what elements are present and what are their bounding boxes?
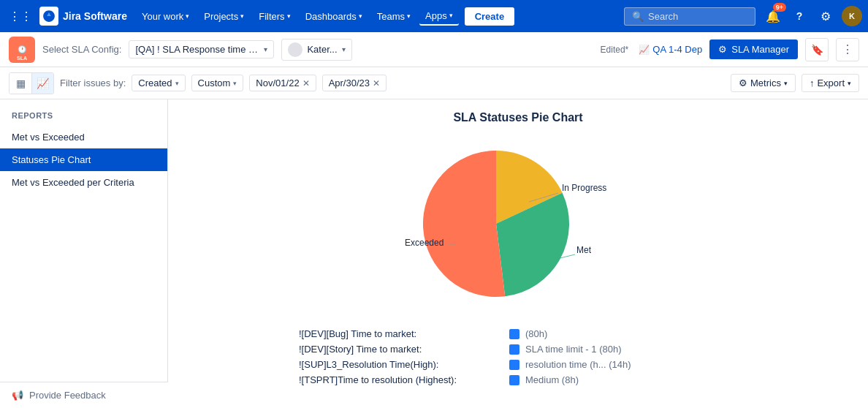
chevron-down-icon: ▾ (175, 80, 179, 87)
pie-chart: In Progress Met Exceeded (394, 136, 642, 311)
grid-view-button[interactable]: ▦ (9, 73, 31, 94)
sidebar-item-met-exceeded-per-criteria[interactable]: Met vs Exceeded per Criteria (0, 171, 167, 194)
feedback-bar[interactable]: 📢 Provide Feedback (0, 382, 168, 408)
search-bar[interactable]: 🔍 Search (624, 7, 755, 26)
more-options-button[interactable]: ⋮ (836, 38, 859, 61)
legend-label-2: ![SUP]L3_Resolution Time(High): (299, 359, 503, 370)
sidebar-item-statuses-pie-chart[interactable]: Statuses Pie Chart (0, 148, 167, 171)
sidebar: REPORTS Met vs Exceeded Statuses Pie Cha… (0, 99, 168, 408)
filter-bar: ▦ 📈 Filter issues by: Created ▾ Custom ▾… (0, 67, 868, 99)
legend-value-0: (80h) (525, 328, 547, 339)
sidebar-heading: REPORTS (0, 111, 167, 120)
help-button[interactable]: ? (788, 4, 811, 28)
user-name: Kater... (307, 44, 337, 55)
chevron-down-icon: ▾ (449, 12, 453, 19)
metrics-icon: ⚙ (739, 78, 747, 88)
chart-title: SLA Statuses Pie Chart (186, 111, 850, 124)
chevron-down-icon: ▾ (407, 12, 411, 20)
date-from-chip[interactable]: Nov/01/22 ✕ (249, 75, 316, 91)
legend-value-2: resolution time (h... (14h) (525, 359, 631, 370)
chevron-down-icon: ▾ (848, 80, 851, 87)
user-avatar[interactable]: K (842, 6, 862, 26)
user-dropdown[interactable]: Kater... ▾ (281, 39, 351, 61)
exceeded-segment2 (423, 151, 505, 297)
export-button[interactable]: ↑ Export ▾ (802, 74, 859, 92)
nav-item-filters[interactable]: Filters ▾ (253, 8, 296, 25)
sla-config-value: [QA] ! SLA Response time viol... (135, 44, 259, 55)
filter-label: Filter issues by: (60, 78, 126, 88)
nav-logo-text: Jira Software (63, 10, 127, 22)
qa-dep-link[interactable]: 📈 QA 1-4 Dep (639, 44, 702, 55)
legend-value-1: SLA time limit - 1 (80h) (525, 344, 622, 355)
nav-item-teams[interactable]: Teams ▾ (371, 8, 416, 25)
legend-checkbox-2[interactable] (509, 360, 519, 370)
exceeded-label: Exceeded (405, 238, 443, 248)
custom-dropdown[interactable]: Custom ▾ (191, 75, 244, 91)
legend-value-3: Medium (8h) (525, 374, 579, 385)
view-toggle: ▦ 📈 (9, 72, 54, 94)
remove-date-to-icon[interactable]: ✕ (373, 78, 380, 88)
feedback-label: Provide Feedback (29, 390, 106, 401)
chevron-down-icon: ▾ (186, 12, 189, 20)
search-icon: 🔍 (632, 11, 644, 22)
legend-label-3: ![TSPRT]Time to resolution (Highest): (299, 374, 503, 385)
settings-button[interactable]: ⚙ (814, 4, 837, 28)
legend-checkbox-0[interactable] (509, 329, 519, 339)
gear-icon: ⚙ (718, 44, 727, 55)
chevron-down-icon: ▾ (784, 80, 788, 87)
sidebar-item-met-exceeded[interactable]: Met vs Exceeded (0, 126, 167, 148)
sla-config-dropdown[interactable]: [QA] ! SLA Response time viol... ▾ (129, 40, 274, 58)
chevron-down-icon: ▾ (359, 12, 362, 20)
feedback-icon: 📢 (12, 390, 23, 401)
notifications-button[interactable]: 🔔 9+ (761, 4, 785, 28)
remove-date-from-icon[interactable]: ✕ (302, 78, 310, 88)
legend-checkbox-1[interactable] (509, 344, 519, 355)
date-to-chip[interactable]: Apr/30/23 ✕ (322, 75, 387, 91)
edited-badge: Edited* (601, 45, 629, 55)
legend-row-3: ![TSPRT]Time to resolution (Highest): Me… (299, 372, 737, 388)
sla-logo: 🕐 SLA (9, 37, 35, 63)
bookmark-button[interactable]: 🔖 (805, 38, 829, 61)
legend-table: ![DEV][Bug] Time to market: (80h) ![DEV]… (299, 326, 737, 388)
main-layout: REPORTS Met vs Exceeded Statuses Pie Cha… (0, 99, 868, 408)
legend-row-2: ![SUP]L3_Resolution Time(High): resoluti… (299, 357, 737, 372)
nav-item-projects[interactable]: Projects ▾ (198, 8, 250, 25)
sla-manager-button[interactable]: ⚙ SLA Manager (709, 39, 798, 59)
nav-item-apps[interactable]: Apps ▾ (419, 7, 459, 26)
grid-icon[interactable]: ⋮⋮ (6, 7, 35, 26)
nav-item-your-work[interactable]: Your work ▾ (136, 8, 195, 25)
chevron-down-icon: ▾ (264, 45, 267, 53)
legend-row-0: ![DEV][Bug] Time to market: (80h) (299, 326, 737, 341)
notification-badge: 9+ (773, 3, 786, 12)
nav-logo[interactable]: Jira Software (39, 7, 127, 26)
chevron-down-icon: ▾ (342, 45, 346, 53)
chart-view-button[interactable]: 📈 (31, 73, 53, 94)
top-nav: ⋮⋮ Jira Software Your work ▾ Projects ▾ … (0, 0, 868, 32)
pie-chart-container: In Progress Met Exceeded (186, 136, 850, 311)
sla-config-bar: 🕐 SLA Select SLA Config: [QA] ! SLA Resp… (0, 32, 868, 67)
in-progress-label: In Progress (562, 183, 606, 193)
legend-label-1: ![DEV][Story] Time to market: (299, 344, 503, 355)
content-area: SLA Statuses Pie Chart (168, 99, 868, 408)
met-label: Met (576, 245, 592, 255)
chevron-down-icon: ▾ (233, 80, 237, 87)
legend-label-0: ![DEV][Bug] Time to market: (299, 328, 503, 339)
chevron-down-icon: ▾ (240, 12, 244, 20)
nav-item-dashboards[interactable]: Dashboards ▾ (300, 8, 368, 25)
export-icon: ↑ (810, 78, 815, 88)
create-button[interactable]: Create (465, 7, 514, 26)
jira-logo-icon (42, 10, 56, 23)
legend-row-1: ![DEV][Story] Time to market: SLA time l… (299, 341, 737, 357)
chevron-down-icon: ▾ (287, 12, 291, 20)
legend-checkbox-3[interactable] (509, 375, 519, 385)
metrics-button[interactable]: ⚙ Metrics ▾ (731, 74, 796, 92)
sla-select-label: Select SLA Config: (42, 44, 121, 55)
created-dropdown[interactable]: Created ▾ (132, 75, 185, 91)
